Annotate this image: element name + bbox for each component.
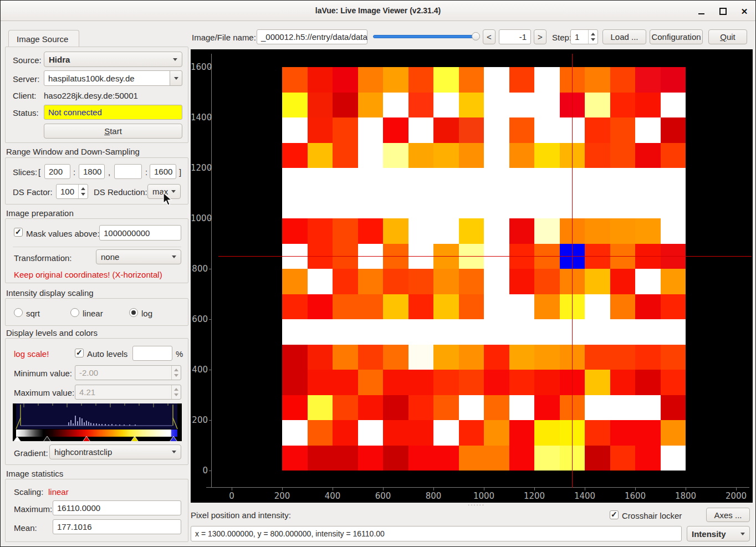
maximum-value-spinner: 4.21: [75, 385, 181, 400]
spin-down-icon: [174, 393, 178, 396]
source-combobox[interactable]: Hidra: [44, 52, 182, 67]
start-button[interactable]: Start: [44, 124, 182, 139]
heatmap-cell: [408, 168, 434, 193]
heatmap-cell: [484, 168, 509, 193]
mouse-cursor: [162, 192, 173, 207]
spin-up-icon: [174, 388, 178, 391]
pixel-position-field[interactable]: x = 1300.000000, y = 800.000000, intensi…: [191, 526, 682, 541]
heatmap-cell: [610, 67, 636, 93]
heatmap-cell: [610, 93, 636, 118]
histogram-widget[interactable]: [13, 403, 182, 441]
gradient-label: Gradient:: [14, 448, 48, 458]
heatmap-cell: [408, 117, 434, 143]
slice-x1-input[interactable]: 200: [44, 164, 70, 179]
heatmap-cell: [459, 269, 484, 294]
heatmap-cell: [459, 294, 484, 320]
heatmap-cell: [585, 294, 610, 320]
heatmap-cell: [610, 218, 636, 244]
heatmap-cell: [610, 420, 636, 446]
stats-scaling-label: Scaling:: [14, 487, 43, 497]
slice-y2-input[interactable]: 1600: [150, 164, 176, 179]
auto-levels-percent-input[interactable]: [132, 346, 172, 361]
heatmap-cell: [308, 395, 333, 421]
spin-up-icon[interactable]: [591, 33, 595, 35]
mask-checkbox[interactable]: [14, 228, 23, 237]
maximize-button[interactable]: [717, 5, 729, 17]
heatmap-cell: [408, 67, 434, 93]
spin-down-icon[interactable]: [81, 193, 85, 196]
heatmap-cell: [585, 319, 610, 345]
y-tick: [209, 319, 212, 320]
step-spinner[interactable]: 1: [570, 29, 598, 44]
radio-linear[interactable]: [70, 308, 79, 317]
mask-value: 1000000000: [104, 228, 150, 238]
server-dropdown-button[interactable]: [170, 70, 182, 86]
heatmap-cell: [661, 370, 686, 395]
stats-maximum-field[interactable]: 16110.0000: [53, 500, 181, 515]
frame-slider[interactable]: [373, 35, 477, 38]
stats-maximum-label: Maximum:: [14, 504, 52, 514]
heatmap-cell: [383, 319, 408, 345]
auto-levels-checkbox[interactable]: [75, 349, 84, 357]
crosshair-locker-checkbox[interactable]: [610, 510, 619, 519]
file-name-input[interactable]: _000012.h5://entry/data/data: [257, 29, 367, 44]
heatmap-cell: [459, 345, 484, 370]
heatmap-cell: [635, 345, 661, 370]
heatmap-cell: [433, 193, 459, 219]
ds-factor-arrows[interactable]: [78, 185, 88, 198]
client-value: haso228jk.desy.de:50001: [44, 91, 138, 100]
server-input[interactable]: haspilatus100k.desy.de: [44, 70, 170, 86]
slice-y1-input[interactable]: [114, 164, 142, 179]
title-bar[interactable]: laVue: Live Image Viewer (v2.31.4) ✕: [1, 1, 755, 21]
radio-log[interactable]: [129, 308, 138, 317]
heatmap-cell: [661, 67, 686, 93]
start-button-label: Start: [104, 126, 122, 136]
gradient-combobox[interactable]: highcontrastclip: [49, 444, 181, 459]
maximize-icon: [719, 8, 727, 15]
tab-image-source[interactable]: Image Source: [8, 30, 79, 47]
heatmap-cell: [484, 117, 509, 143]
heatmap-cell: [459, 143, 484, 168]
heatmap-cell: [585, 193, 610, 219]
configuration-button[interactable]: Configuration: [650, 29, 703, 44]
quit-button[interactable]: Quit: [708, 29, 747, 44]
channel-value: Intensity: [692, 529, 737, 539]
spin-down-icon[interactable]: [591, 38, 595, 41]
coordinates-warning: Keep original coordinates! (X-horizontal…: [14, 270, 162, 279]
next-frame-button[interactable]: >: [534, 29, 546, 44]
frame-slider-handle[interactable]: [472, 32, 480, 40]
slice-x2-input[interactable]: 1800: [79, 164, 105, 179]
heatmap-cell: [635, 269, 661, 294]
axes-button[interactable]: Axes ...: [706, 508, 750, 522]
y-tick: [209, 471, 212, 471]
ds-factor-spinner[interactable]: 100: [56, 184, 88, 199]
channel-combobox[interactable]: Intensity: [687, 526, 750, 541]
step-spinner-arrows[interactable]: [588, 30, 597, 44]
stats-mean-field[interactable]: 177.1016: [53, 519, 181, 534]
heatmap-cell: [383, 269, 408, 294]
splitter-handle[interactable]: [465, 502, 487, 507]
radio-log-label: log: [141, 309, 152, 318]
transformation-combobox[interactable]: none: [96, 249, 181, 264]
radio-sqrt[interactable]: [14, 308, 23, 317]
heatmap-cell: [383, 294, 408, 320]
close-button[interactable]: ✕: [738, 5, 750, 17]
heatmap-cell: [408, 269, 434, 294]
mask-value-input[interactable]: 1000000000: [99, 225, 181, 241]
heatmap-cell: [484, 218, 509, 244]
heatmap-cell: [484, 420, 509, 446]
gradient-markers[interactable]: [13, 436, 177, 441]
comma: ,: [108, 167, 110, 177]
chevron-down-icon: [174, 77, 178, 80]
image-plot[interactable]: 0200400600800100012001400160018002000 02…: [191, 49, 753, 503]
spin-up-icon[interactable]: [81, 187, 85, 190]
frame-number-input[interactable]: -1: [499, 29, 531, 44]
heatmap-cell: [358, 93, 384, 118]
heatmap-cell: [308, 117, 333, 143]
heatmap-cell: [635, 93, 661, 118]
prev-frame-button[interactable]: <: [483, 29, 496, 44]
load-button[interactable]: Load ...: [602, 29, 646, 44]
heatmap-cell: [282, 269, 308, 294]
minimize-button[interactable]: [695, 5, 707, 17]
heatmap-cell: [484, 370, 509, 395]
